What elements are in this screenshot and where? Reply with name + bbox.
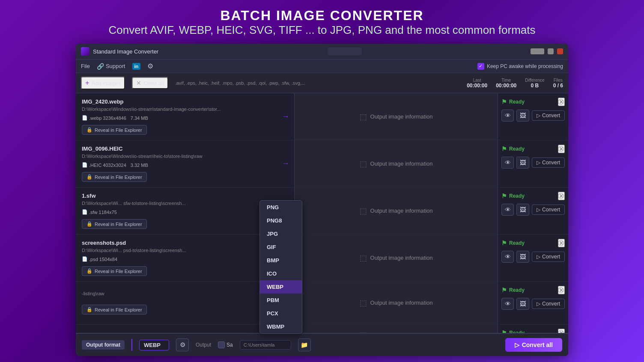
file-name: IMG_2420.webp xyxy=(82,98,271,105)
file-type-badge: 📄 .HEIC 4032x3024 xyxy=(82,162,126,168)
window-maximize-button[interactable] xyxy=(548,48,554,54)
output-cube-icon: ⬚ xyxy=(360,159,367,169)
table-row: screenshots.psd D:\Workspace\Wi... psd-t… xyxy=(76,234,568,282)
info-icon[interactable]: ⓘ xyxy=(558,287,564,294)
dropdown-item-wbmp[interactable]: WBMP xyxy=(260,320,302,333)
last-label: Last xyxy=(467,78,487,83)
linkedin-badge[interactable]: in xyxy=(132,63,141,70)
dropdown-item-png8[interactable]: PNG8 xyxy=(260,214,302,227)
arrow-icon: → xyxy=(282,112,289,121)
file-type-badge: 📄 .sfw 1184x75 xyxy=(82,209,117,215)
window-close-button[interactable]: ✕ xyxy=(557,48,563,54)
add-images-button[interactable]: + Add images xyxy=(81,77,125,89)
output-cube-icon: ⬚ xyxy=(360,112,367,122)
browse-folder-button[interactable]: 📁 xyxy=(298,338,311,351)
dropdown-item-webp[interactable]: WEBP xyxy=(260,280,302,294)
same-folder-checkbox[interactable]: Sa xyxy=(218,341,233,348)
support-icon: 🔗 xyxy=(97,63,104,70)
output-cube-icon: ⬚ xyxy=(360,206,367,216)
title-bar: Standard Image Converter ✕ xyxy=(76,44,568,59)
menu-support[interactable]: 🔗 Support xyxy=(97,63,125,70)
convert-button[interactable]: ▷ Convert xyxy=(532,205,565,215)
output-text: Output image information xyxy=(370,255,433,261)
dropdown-item-jpg[interactable]: JPG xyxy=(260,227,302,240)
preview-button[interactable]: 👁 xyxy=(501,251,514,263)
file-path: D:\Workspace\Wi... sfw-to\store-listing\… xyxy=(82,201,244,206)
image-info-button[interactable]: 🖼 xyxy=(516,157,529,169)
flag-icon: ⚑ xyxy=(501,287,507,294)
image-info-button[interactable]: 🖼 xyxy=(516,204,529,216)
ready-status: Ready xyxy=(509,330,525,333)
output-format-label: Output format xyxy=(82,340,125,350)
divider xyxy=(131,339,132,351)
info-icon[interactable]: ⓘ xyxy=(558,240,564,247)
arrow-icon: → xyxy=(282,159,289,168)
dropdown-item-gif[interactable]: GIF xyxy=(260,240,302,254)
info-icon[interactable]: ⓘ xyxy=(558,98,564,106)
files-value: 0 / 6 xyxy=(553,83,563,89)
info-icon[interactable]: ⓘ xyxy=(558,193,564,200)
output-area: ⬚ Output image information xyxy=(294,234,498,281)
file-size: 3.32 MB xyxy=(131,163,148,168)
table-row: listing\raw ⓘ → ⬚ Output image informati… xyxy=(76,324,568,333)
table-row: IMG_0096.HEIC D:\Workspace\Windows\io-st… xyxy=(76,140,568,187)
keep-awake-checkbox[interactable]: ✓ xyxy=(477,63,484,70)
dropdown-item-png[interactable]: PNG xyxy=(260,201,302,214)
convert-button[interactable]: ▷ Convert xyxy=(532,110,565,121)
convert-button[interactable]: ▷ Convert xyxy=(532,157,565,168)
ready-status: Ready xyxy=(509,193,525,199)
ready-status: Ready xyxy=(509,146,525,152)
menu-file[interactable]: File xyxy=(81,63,90,69)
flag-icon: ⚑ xyxy=(501,98,507,105)
reveal-in-explorer-button[interactable]: 🔒 Reveal in File Explorer xyxy=(82,172,147,182)
convert-all-button[interactable]: ▷ Convert all xyxy=(505,338,562,352)
ready-status: Ready xyxy=(509,240,525,246)
image-info-button[interactable]: 🖼 xyxy=(516,110,529,122)
output-cube-icon: ⬚ xyxy=(360,253,367,263)
clear-all-button[interactable]: ✕ Clear all xyxy=(132,77,168,89)
app-window: Standard Image Converter ✕ File 🔗 Suppor… xyxy=(76,44,568,356)
output-path-input[interactable]: C:\Users\tamla xyxy=(240,340,291,350)
preview-button[interactable]: 👁 xyxy=(501,110,514,122)
last-value: 00:00:00 xyxy=(467,83,487,89)
preview-button[interactable]: 👁 xyxy=(501,157,514,169)
toolbar: + Add images ✕ Clear all .avif, .eps, .h… xyxy=(76,73,568,93)
diff-label: Difference xyxy=(525,78,544,83)
reveal-in-explorer-button[interactable]: 🔒 Reveal in File Explorer xyxy=(82,125,147,135)
convert-button[interactable]: ▷ Convert xyxy=(532,252,565,262)
image-info-button[interactable]: 🖼 xyxy=(516,298,529,310)
diff-value: 0 B xyxy=(525,83,544,89)
output-cube-icon: ⬚ xyxy=(360,298,367,308)
share-icon[interactable]: ⚙ xyxy=(147,62,153,70)
output-area: ⬚ Output image information xyxy=(294,324,498,333)
table-row: -listing\raw 🔒 Reveal in File Explorer ⓘ… xyxy=(76,282,568,324)
format-dropdown-menu: PNG PNG8 JPG GIF BMP ICO WEBP PBM PCX WB… xyxy=(259,200,302,334)
stats-bar: Last 00:00:00 Time 00:00:00 Difference 0… xyxy=(467,78,563,89)
preview-button[interactable]: 👁 xyxy=(501,298,514,310)
keep-awake-label: Keep PC awake while processing xyxy=(487,63,563,69)
app-icon xyxy=(81,47,89,56)
dropdown-item-pbm[interactable]: PBM xyxy=(260,294,302,307)
info-icon[interactable]: ⓘ xyxy=(558,145,564,153)
image-info-button[interactable]: 🖼 xyxy=(516,251,529,263)
flag-icon: ⚑ xyxy=(501,240,507,246)
dropdown-item-bmp[interactable]: BMP xyxy=(260,254,302,267)
convert-all-icon: ▷ xyxy=(515,341,519,348)
output-text: Output image information xyxy=(370,113,433,120)
reveal-in-explorer-button[interactable]: 🔒 Reveal in File Explorer xyxy=(82,305,147,315)
file-path: -listing\raw xyxy=(82,291,244,296)
window-title: Standard Image Converter xyxy=(93,48,158,55)
file-name: IMG_0096.HEIC xyxy=(82,145,271,152)
reveal-in-explorer-button[interactable]: 🔒 Reveal in File Explorer xyxy=(82,266,147,276)
format-select[interactable]: WEBP PNG PNG8 JPG GIF BMP ICO WEBP PBM P… xyxy=(139,340,169,350)
file-type-badge: 📄 .webp 3236x4846 xyxy=(82,115,126,121)
preview-button[interactable]: 👁 xyxy=(501,204,514,216)
info-icon[interactable]: ⓘ xyxy=(558,329,564,333)
dropdown-item-pcx[interactable]: PCX xyxy=(260,307,302,320)
time-label: Time xyxy=(496,78,516,83)
convert-button[interactable]: ▷ Convert xyxy=(532,299,565,309)
format-settings-button[interactable]: ⚙ xyxy=(176,338,189,351)
window-minimize-button[interactable] xyxy=(531,48,544,54)
dropdown-item-ico[interactable]: ICO xyxy=(260,267,302,280)
reveal-in-explorer-button[interactable]: 🔒 Reveal in File Explorer xyxy=(82,219,147,229)
